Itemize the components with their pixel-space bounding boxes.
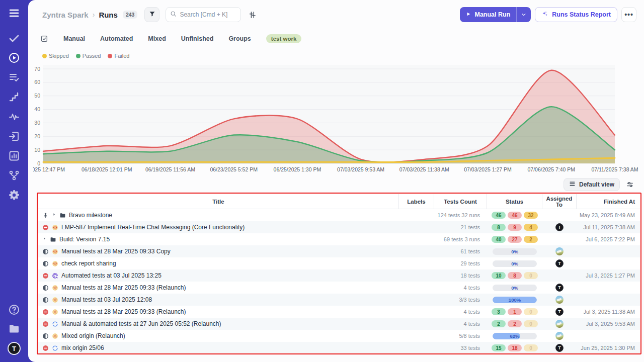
run-title-cell: Automated tests at 03 Jul 2025 13:25	[38, 272, 399, 279]
table-body: Bravo milestone124 tests 32 runs464632Ma…	[38, 209, 640, 354]
table-row[interactable]: check report sharing29 tests0%T	[38, 257, 640, 269]
manual-origin-icon	[52, 248, 58, 255]
table-row[interactable]: Manual tests at 28 Mar 2025 09:33 (Relau…	[38, 282, 640, 294]
table-row[interactable]: Bravo milestone124 tests 32 runs464632Ma…	[38, 209, 640, 221]
tag-test-work[interactable]: test work	[266, 34, 302, 43]
failed-badge: 8	[508, 272, 522, 279]
check-icon[interactable]	[8, 32, 20, 44]
run-title[interactable]: Manual tests at 28 Mar 2025 09:33 (Relau…	[61, 308, 186, 315]
skipped-badge: 0	[524, 308, 538, 315]
run-title[interactable]: Manual & automated tests at 27 Jun 2025 …	[61, 320, 221, 327]
fork-icon[interactable]	[8, 169, 20, 182]
manual-run-button[interactable]: Manual Run	[460, 7, 531, 22]
sliders-horizontal-icon[interactable]	[626, 180, 634, 189]
assignee-avatar[interactable]: T	[555, 344, 564, 352]
mixed-origin-icon	[52, 345, 58, 351]
table-row[interactable]: Manual tests at 03 Jul 2025 12:083/3 tes…	[38, 294, 640, 306]
legend-dot	[108, 54, 112, 58]
assignee-avatar[interactable]	[555, 296, 564, 304]
breadcrumb-project[interactable]: Zyntra Spark	[42, 11, 89, 19]
assignee-avatar[interactable]	[555, 247, 564, 255]
folder-icon	[59, 212, 66, 219]
finished-at-cell: Jul 3, 2025 11:38 AM	[577, 309, 640, 315]
assignee-avatar[interactable]: T	[555, 259, 564, 267]
folder-icon	[50, 236, 56, 243]
select-all-icon[interactable]	[40, 35, 48, 43]
table-row[interactable]: Manual & automated tests at 27 Jun 2025 …	[38, 318, 640, 330]
run-title[interactable]: Manual tests at 03 Jul 2025 12:08	[61, 296, 152, 303]
table-row[interactable]: mix origin 25/0633 tests15180TJun 25, 20…	[38, 342, 640, 354]
table-row[interactable]: Automated tests at 03 Jul 2025 13:2518 t…	[38, 269, 640, 282]
legend-item-failed[interactable]: Failed	[108, 53, 129, 59]
table-row[interactable]: Manual tests at 28 Mar 2025 09:33 Copy61…	[38, 245, 640, 257]
assignee-avatar[interactable]: T	[555, 284, 564, 292]
chart-svg: 01020304050607017/2025 12:47 PM06/18/202…	[33, 63, 642, 180]
import-icon[interactable]	[8, 130, 20, 142]
progress-label: 0%	[493, 260, 537, 267]
table-row[interactable]: Manual tests at 28 Mar 2025 09:33 (Relau…	[38, 306, 640, 318]
column-header-labels[interactable]: Labels	[399, 194, 434, 209]
table-row[interactable]: LMP-587 Implement Real-Time Chat Messagi…	[38, 221, 640, 233]
y-tick-label: 30	[34, 120, 40, 126]
help-icon[interactable]	[8, 304, 20, 316]
manual-origin-icon	[52, 224, 58, 231]
run-title[interactable]: check report sharing	[61, 260, 116, 267]
column-header-finished-at[interactable]: Finished At	[577, 194, 640, 209]
assignee-avatar[interactable]	[555, 320, 564, 328]
assignee-avatar[interactable]: T	[555, 223, 564, 231]
play-icon	[466, 11, 471, 18]
search-settings-icon[interactable]	[248, 11, 257, 19]
finished-at-cell: Jul 6, 2025 7:22 PM	[577, 236, 640, 242]
more-button[interactable]: •••	[621, 7, 636, 22]
manual-origin-icon	[52, 285, 58, 291]
avatar[interactable]: T	[8, 342, 21, 355]
tab-unfinished[interactable]: Unfinished	[181, 35, 214, 42]
bar-chart-icon[interactable]	[8, 150, 20, 162]
run-title[interactable]: Manual tests at 28 Mar 2025 09:33 (Relau…	[61, 284, 186, 291]
folder-big-icon[interactable]	[8, 323, 20, 335]
legend-item-skipped[interactable]: Skipped	[42, 53, 69, 59]
filter-button[interactable]	[144, 7, 159, 22]
run-title[interactable]: Manual tests at 28 Mar 2025 09:33 Copy	[61, 248, 171, 255]
chevron-right-icon[interactable]	[42, 236, 47, 243]
column-header-assigned-to[interactable]: Assigned To	[542, 194, 577, 209]
run-title[interactable]: Automated tests at 03 Jul 2025 13:25	[61, 272, 162, 279]
table-row[interactable]: Build: Version 7.1569 tests 3 runs40272J…	[38, 233, 640, 245]
chevron-right-icon[interactable]	[52, 212, 56, 219]
x-tick-label: 06/18/2025 12:01 PM	[82, 166, 132, 172]
pulse-icon[interactable]	[8, 111, 20, 123]
tab-groups[interactable]: Groups	[228, 35, 251, 42]
menu-icon[interactable]	[8, 7, 20, 19]
run-title[interactable]: mix origin 25/06	[61, 344, 104, 351]
x-tick-label: 06/25/2025 1:30 PM	[274, 166, 321, 172]
search-input[interactable]	[180, 11, 236, 18]
column-header-tests-count[interactable]: Tests Count	[434, 194, 487, 209]
steps-icon[interactable]	[8, 91, 20, 103]
status-cell: 310	[487, 308, 542, 315]
tab-manual[interactable]: Manual	[63, 35, 85, 42]
table-row[interactable]: Mixed origin (Relaunch)5/8 tests62%	[38, 330, 640, 342]
column-header-status[interactable]: Status	[487, 194, 542, 209]
table-view-icon	[569, 180, 576, 189]
run-title[interactable]: Mixed origin (Relaunch)	[61, 332, 125, 339]
assignee-avatar[interactable]: T	[555, 308, 564, 316]
default-view-button[interactable]: Default view	[564, 178, 620, 191]
passed-badge: 3	[492, 308, 506, 315]
y-tick-label: 70	[34, 66, 40, 72]
run-title[interactable]: LMP-587 Implement Real-Time Chat Messagi…	[61, 224, 245, 231]
tests-count-cell: 4 tests	[434, 321, 487, 327]
play-circle-icon[interactable]	[8, 52, 20, 64]
run-title[interactable]: Bravo milestone	[69, 212, 112, 219]
gear-icon[interactable]	[8, 189, 20, 201]
list-check-icon[interactable]	[8, 71, 20, 83]
column-header-title[interactable]: Title	[38, 194, 399, 209]
assignee-avatar[interactable]	[555, 332, 564, 340]
manual-run-dropdown[interactable]	[516, 7, 531, 22]
status-cell: 894	[487, 224, 542, 231]
assigned-to-cell: T	[542, 259, 577, 267]
tab-automated[interactable]: Automated	[100, 35, 133, 42]
run-title[interactable]: Build: Version 7.15	[59, 236, 110, 243]
legend-item-passed[interactable]: Passed	[76, 53, 101, 59]
runs-status-report-button[interactable]: Runs Status Report	[535, 7, 617, 22]
tab-mixed[interactable]: Mixed	[148, 35, 166, 42]
